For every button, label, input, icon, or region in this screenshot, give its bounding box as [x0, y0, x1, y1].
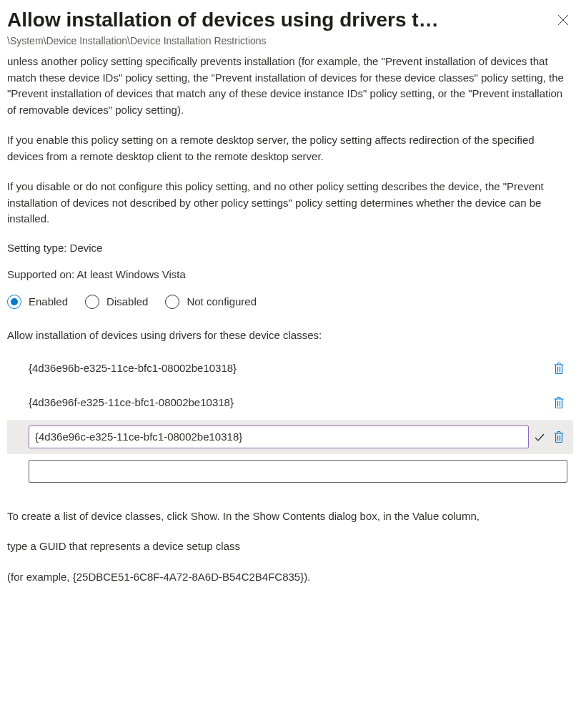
device-classes-list: {4d36e96b-e325-11ce-bfc1-08002be10318} {… — [7, 351, 573, 488]
edit-input-wrap — [29, 426, 529, 448]
trash-icon — [553, 396, 565, 409]
radio-circle-icon — [85, 295, 99, 309]
list-item-editing — [7, 420, 573, 454]
footer-paragraph: (for example, {25DBCE51-6C8F-4A72-8A6D-B… — [7, 569, 573, 586]
description-paragraph: unless another policy setting specifical… — [7, 54, 573, 118]
setting-type: Setting type: Device — [7, 242, 573, 254]
footer-paragraph: To create a list of device classes, clic… — [7, 508, 573, 525]
radio-circle-icon — [165, 295, 179, 309]
page-title: Allow installation of devices using driv… — [7, 7, 439, 32]
radio-circle-icon — [7, 295, 21, 309]
device-class-input[interactable] — [34, 430, 524, 443]
radio-label: Disabled — [106, 295, 148, 308]
confirm-button[interactable] — [529, 428, 550, 446]
description-paragraph: If you enable this policy setting on a r… — [7, 132, 573, 164]
delete-button[interactable] — [550, 428, 567, 446]
delete-button[interactable] — [550, 393, 567, 412]
list-item-text: {4d36e96b-e325-11ce-bfc1-08002be10318} — [29, 362, 550, 374]
radio-enabled[interactable]: Enabled — [7, 295, 68, 309]
device-class-new-input[interactable] — [34, 464, 562, 478]
trash-icon — [553, 431, 565, 443]
radio-disabled[interactable]: Disabled — [85, 295, 148, 309]
close-icon — [557, 14, 569, 26]
list-item-text: {4d36e96f-e325-11ce-bfc1-08002be10318} — [29, 396, 550, 408]
state-radio-group: Enabled Disabled Not configured — [7, 295, 573, 309]
trash-icon — [553, 362, 565, 375]
delete-button[interactable] — [550, 359, 567, 378]
list-item-new — [7, 454, 573, 488]
device-classes-label: Allow installation of devices using driv… — [7, 329, 573, 341]
checkmark-icon — [533, 431, 546, 443]
supported-on: Supported on: At least Windows Vista — [7, 268, 573, 280]
footer-paragraph: type a GUID that represents a device set… — [7, 538, 573, 555]
edit-input-wrap — [29, 460, 567, 483]
radio-label: Enabled — [29, 295, 68, 308]
radio-label: Not configured — [187, 295, 257, 308]
list-item: {4d36e96f-e325-11ce-bfc1-08002be10318} — [7, 385, 573, 420]
list-item: {4d36e96b-e325-11ce-bfc1-08002be10318} — [7, 351, 573, 385]
description-paragraph: If you disable or do not configure this … — [7, 179, 573, 227]
breadcrumb: \System\Device Installation\Device Insta… — [7, 35, 573, 46]
close-button[interactable] — [553, 10, 573, 30]
radio-not-configured[interactable]: Not configured — [165, 295, 257, 309]
